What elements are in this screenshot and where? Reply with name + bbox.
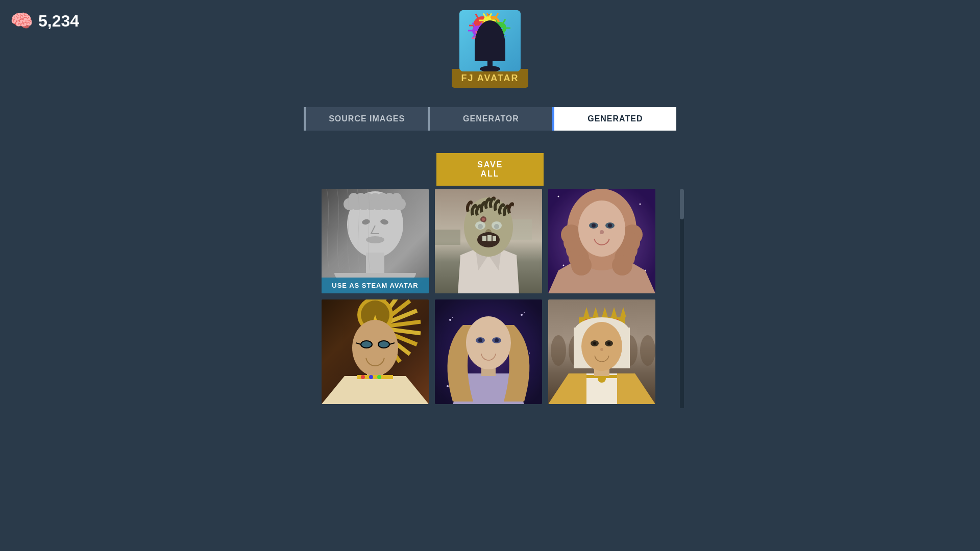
image-grid: USE AS STEAM AVATAR bbox=[322, 189, 658, 404]
image-card-5[interactable] bbox=[435, 299, 542, 404]
image-card-4[interactable] bbox=[322, 299, 429, 404]
image-card-2[interactable] bbox=[435, 189, 542, 293]
score-value: 5,234 bbox=[38, 12, 79, 31]
image-canvas-5 bbox=[435, 299, 542, 404]
score-display: 🧠 5,234 bbox=[10, 10, 79, 32]
tab-source-images[interactable]: SOURCE IMAGES bbox=[304, 107, 428, 131]
app-logo bbox=[459, 10, 521, 71]
use-as-avatar-overlay-1[interactable]: USE AS STEAM AVATAR bbox=[322, 278, 429, 293]
logo-container: FJ AVATAR bbox=[452, 10, 528, 88]
tab-generated[interactable]: GENERATED bbox=[552, 107, 676, 131]
image-canvas-4 bbox=[322, 299, 429, 404]
save-all-button[interactable]: SAVE ALL bbox=[436, 153, 544, 186]
brain-icon: 🧠 bbox=[10, 10, 33, 32]
image-canvas-3 bbox=[548, 189, 655, 293]
image-canvas-2 bbox=[435, 189, 542, 293]
image-card-6[interactable] bbox=[548, 299, 655, 404]
image-card-3[interactable] bbox=[548, 189, 655, 293]
nav-tabs: SOURCE IMAGES GENERATOR GENERATED bbox=[304, 107, 676, 131]
image-canvas-6 bbox=[548, 299, 655, 404]
tab-generator[interactable]: GENERATOR bbox=[428, 107, 552, 131]
logo-title: FJ AVATAR bbox=[461, 73, 519, 83]
logo-title-bar: FJ AVATAR bbox=[452, 69, 528, 88]
scrollbar[interactable] bbox=[680, 189, 684, 408]
scrollbar-thumb[interactable] bbox=[680, 189, 684, 219]
image-card-1[interactable]: USE AS STEAM AVATAR bbox=[322, 189, 429, 293]
